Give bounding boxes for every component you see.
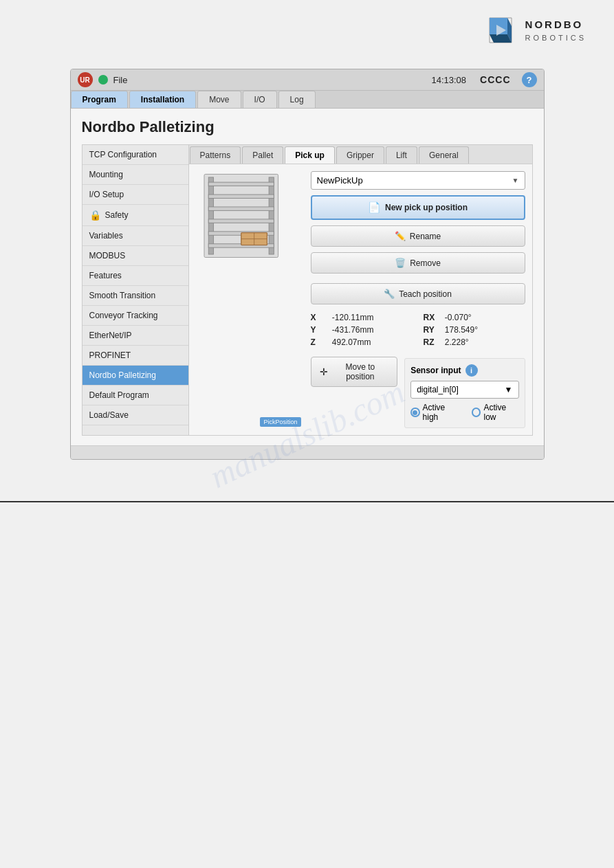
remove-label: Remove (410, 258, 441, 268)
radio-high-circle (410, 408, 419, 417)
rename-icon: ✏️ (395, 231, 406, 241)
company-subtitle: ROBOTICS (525, 32, 586, 44)
sidebar-item-modbus[interactable]: MODBUS (83, 246, 188, 266)
conveyor-area: PickPosition (196, 171, 303, 428)
new-pickup-button[interactable]: 📄 New pick up position (311, 195, 525, 220)
position-data: X -120.11mm RX -0.070° Y -431.76mm (311, 313, 525, 347)
move-icon: ✛ (320, 366, 328, 377)
sidebar-item-variables[interactable]: Variables (83, 226, 188, 246)
sensor-dropdown-arrow-icon: ▼ (505, 385, 513, 394)
rz-position: RZ 2.228° (424, 337, 525, 347)
svg-rect-9 (269, 177, 274, 254)
rename-button[interactable]: ✏️ Rename (311, 225, 525, 247)
radio-low-circle (472, 408, 481, 417)
move-label: Move to position (332, 362, 389, 381)
dropdown-arrow-icon: ▼ (512, 177, 519, 184)
bottom-bar (71, 445, 544, 459)
main-content: UR File 14:13:08 CCCC ? Program Installa… (0, 55, 614, 474)
sub-tab-patterns[interactable]: Patterns (190, 146, 241, 164)
sidebar-item-conveyor-tracking[interactable]: Conveyor Tracking (83, 306, 188, 326)
x-value: -120.11mm (332, 313, 374, 322)
rx-value: -0.070° (445, 313, 472, 322)
logo-text: NORDBO ROBOTICS (525, 17, 586, 44)
title-bar: UR File 14:13:08 CCCC ? (71, 69, 544, 91)
sidebar-item-features[interactable]: Features (83, 266, 188, 286)
svg-rect-13 (208, 219, 274, 223)
new-pickup-icon: 📄 (368, 201, 381, 214)
info-icon[interactable]: i (465, 364, 478, 377)
safety-icon: 🔒 (89, 210, 101, 221)
sub-tab-gripper[interactable]: Gripper (336, 146, 384, 164)
sidebar-item-nordbo[interactable]: Nordbo Palletizing (83, 366, 188, 386)
teach-position-button[interactable]: 🔧 Teach position (311, 283, 525, 304)
sidebar-item-smooth-transition[interactable]: Smooth Transition (83, 286, 188, 306)
panel-body: PickPosition NewPickUp ▼ 📄 (189, 164, 532, 435)
bottom-row: ✛ Move to position Sensor input i (311, 353, 525, 428)
svg-rect-10 (208, 182, 274, 186)
sub-tab-general[interactable]: General (419, 146, 469, 164)
dropdown-value: NewPickUp (317, 175, 363, 186)
pick-position-badge: PickPosition (260, 417, 300, 427)
top-bar: NORDBO ROBOTICS (0, 0, 614, 55)
sensor-label: Sensor input (410, 366, 461, 375)
tab-bar-top: Program Installation Move I/O Log (71, 91, 544, 109)
ur-logo: UR (78, 72, 93, 87)
new-pickup-label: New pick up position (385, 203, 468, 212)
logo-shape (483, 12, 518, 48)
sub-tab-pallet[interactable]: Pallet (242, 146, 283, 164)
main-panel: Patterns Pallet Pick up Gripper Lift Gen… (188, 144, 533, 436)
bottom-line (0, 501, 614, 502)
radio-active-high[interactable]: Active high (410, 403, 461, 422)
tab-log[interactable]: Log (278, 91, 316, 108)
status-dot (98, 75, 108, 85)
move-to-position-button[interactable]: ✛ Move to position (311, 357, 398, 387)
sidebar-item-tcp[interactable]: TCP Configuration (83, 145, 188, 165)
tab-move[interactable]: Move (197, 91, 241, 108)
teach-icon: 🔧 (384, 289, 395, 299)
svg-rect-11 (208, 194, 274, 198)
rename-label: Rename (410, 232, 441, 241)
ry-position: RY 178.549° (424, 325, 525, 335)
sidebar-item-ethernet[interactable]: EtherNet/IP (83, 326, 188, 346)
remove-icon: 🗑️ (395, 258, 406, 268)
sidebar-item-mounting[interactable]: Mounting (83, 165, 188, 185)
rz-value: 2.228° (445, 337, 469, 347)
tab-installation[interactable]: Installation (129, 91, 196, 108)
teach-label: Teach position (399, 289, 452, 299)
sub-tab-pickup[interactable]: Pick up (285, 146, 335, 164)
ui-window: UR File 14:13:08 CCCC ? Program Installa… (70, 69, 545, 460)
file-label[interactable]: File (113, 75, 128, 85)
sensor-area: Sensor input i digital_in[0] ▼ (404, 358, 525, 428)
conveyor-image (196, 171, 296, 260)
z-position: Z 492.07mm (311, 337, 413, 347)
radio-active-low[interactable]: Active low (472, 403, 518, 422)
sidebar-item-default-program[interactable]: Default Program (83, 386, 188, 405)
sidebar-item-profinet[interactable]: PROFINET (83, 346, 188, 366)
ry-value: 178.549° (445, 325, 478, 335)
sensor-dropdown[interactable]: digital_in[0] ▼ (410, 381, 518, 399)
sidebar-item-io-setup[interactable]: I/O Setup (83, 185, 188, 205)
z-value: 492.07mm (332, 337, 371, 347)
company-name: NORDBO (525, 17, 586, 33)
right-controls: NewPickUp ▼ 📄 New pick up position ✏️ (311, 171, 525, 428)
radio-high-label: Active high (423, 403, 461, 422)
tab-io[interactable]: I/O (243, 91, 277, 108)
sidebar-item-safety[interactable]: 🔒 Safety (83, 205, 188, 226)
sub-tab-lift[interactable]: Lift (386, 146, 417, 164)
rx-position: RX -0.070° (424, 313, 525, 322)
time-display: 14:13:08 (431, 75, 466, 85)
sub-tabs: Patterns Pallet Pick up Gripper Lift Gen… (189, 145, 532, 164)
remove-button[interactable]: 🗑️ Remove (311, 252, 525, 274)
pickup-dropdown[interactable]: NewPickUp ▼ (311, 171, 525, 190)
y-position: Y -431.76mm (311, 325, 413, 335)
page-title: Nordbo Palletizing (82, 118, 533, 136)
svg-rect-8 (208, 177, 213, 254)
help-button[interactable]: ? (522, 72, 537, 87)
x-position: X -120.11mm (311, 313, 413, 322)
radio-row: Active high Active low (410, 403, 518, 422)
y-value: -431.76mm (332, 325, 374, 335)
tab-program[interactable]: Program (71, 91, 128, 108)
radio-low-label: Active low (483, 403, 518, 422)
sidebar-item-load-save[interactable]: Load/Save (83, 405, 188, 425)
sensor-label-row: Sensor input i (410, 364, 518, 377)
